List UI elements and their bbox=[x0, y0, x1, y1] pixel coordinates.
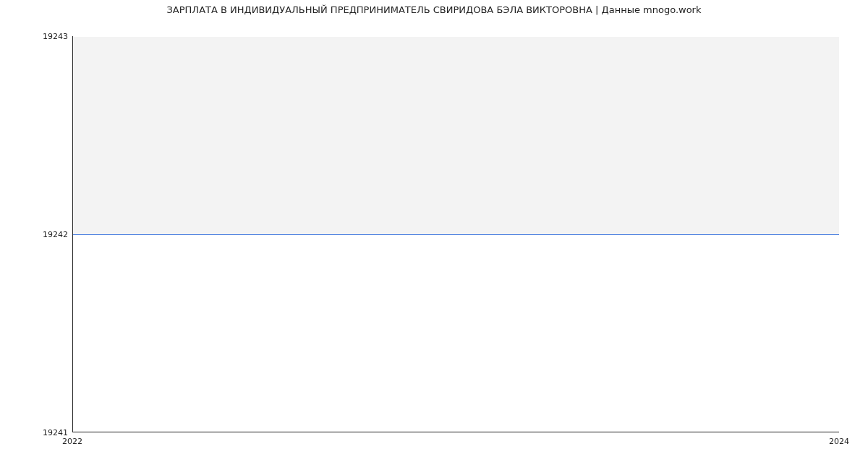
gridline-y-top bbox=[72, 36, 839, 37]
y-axis-spine bbox=[72, 36, 73, 432]
x-axis-spine bbox=[72, 432, 839, 432]
chart-title: ЗАРПЛАТА В ИНДИВИДУАЛЬНЫЙ ПРЕДПРИНИМАТЕЛ… bbox=[0, 4, 868, 15]
series-line-salary bbox=[72, 234, 839, 235]
x-tick-2024: 2024 bbox=[829, 437, 849, 446]
x-tick-2022: 2022 bbox=[62, 437, 82, 446]
gridline-y-bot bbox=[72, 432, 839, 433]
grid-band bbox=[72, 36, 839, 234]
plot-area bbox=[72, 36, 839, 432]
chart-figure: ЗАРПЛАТА В ИНДИВИДУАЛЬНЫЙ ПРЕДПРИНИМАТЕЛ… bbox=[0, 0, 868, 470]
y-tick-19242: 19242 bbox=[10, 230, 68, 239]
y-tick-19243: 19243 bbox=[10, 32, 68, 41]
y-tick-19241: 19241 bbox=[10, 428, 68, 437]
